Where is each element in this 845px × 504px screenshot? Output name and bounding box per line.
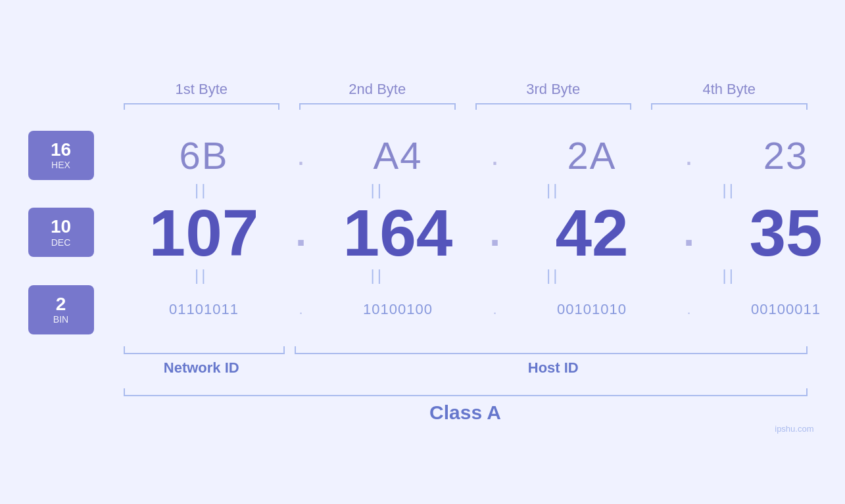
dec-badge: 10 DEC <box>28 208 94 257</box>
equals-row-2: || || || || <box>114 265 817 285</box>
bin-row: 2 BIN 01101011 . 10100100 . 00101010 . 0… <box>28 285 817 334</box>
network-id-label: Network ID <box>114 359 290 377</box>
bottom-section: Network ID Host ID <box>114 341 817 377</box>
main-container: 1st Byte 2nd Byte 3rd Byte 4th Byte 16 H… <box>28 68 817 437</box>
dot-hex-3: . <box>683 138 696 172</box>
dec-val-4: 35 <box>696 200 846 265</box>
hex-row: 16 HEX 6B . A4 . 2A . 23 <box>28 131 817 180</box>
bin-val-4: 00100011 <box>696 301 846 318</box>
bracket-top-2 <box>289 103 466 111</box>
byte1-header: 1st Byte <box>114 81 290 103</box>
dec-row: 10 DEC 107 . 164 . 42 . 35 <box>28 200 817 265</box>
bin-val-2: 10100100 <box>308 301 489 318</box>
dot-dec-1: . <box>295 210 308 255</box>
dot-hex-2: . <box>489 138 502 172</box>
byte-headers: 1st Byte 2nd Byte 3rd Byte 4th Byte <box>114 81 817 103</box>
bracket-top-3 <box>466 103 642 111</box>
eq2-1: || <box>114 266 290 285</box>
dot-hex-1: . <box>295 138 308 172</box>
bin-val-3: 00101010 <box>502 301 683 318</box>
top-brackets <box>114 103 817 111</box>
hex-badge-number: 16 <box>51 140 71 160</box>
eq2-2: || <box>289 266 466 285</box>
id-labels: Network ID Host ID <box>114 359 817 377</box>
hex-badge: 16 HEX <box>28 131 94 180</box>
dec-badge-number: 10 <box>51 217 71 237</box>
bracket-top-4 <box>641 103 817 111</box>
dec-values: 107 . 164 . 42 . 35 <box>114 200 846 265</box>
dec-badge-base: DEC <box>51 237 71 248</box>
hex-values: 6B . A4 . 2A . 23 <box>114 133 846 177</box>
bin-badge-number: 2 <box>56 294 66 315</box>
hex-badge-base: HEX <box>51 160 70 170</box>
dot-bin-1: . <box>295 301 308 318</box>
host-id-label: Host ID <box>289 359 817 377</box>
hex-val-3: 2A <box>502 133 683 177</box>
dot-dec-2: . <box>489 210 502 255</box>
byte2-header: 2nd Byte <box>289 81 466 103</box>
hex-val-4: 23 <box>696 133 846 177</box>
hex-val-2: A4 <box>308 133 489 177</box>
dec-val-3: 42 <box>502 200 683 265</box>
bin-badge-base: BIN <box>53 314 68 325</box>
byte4-header: 4th Byte <box>641 81 817 103</box>
bracket-top-1 <box>114 103 290 111</box>
watermark: ipshu.com <box>775 424 813 434</box>
bottom-brackets <box>114 341 817 354</box>
dot-dec-3: . <box>683 210 696 255</box>
dot-bin-3: . <box>683 301 696 318</box>
class-bracket <box>114 386 817 396</box>
bin-val-1: 01101011 <box>114 301 295 318</box>
dec-val-1: 107 <box>114 200 295 265</box>
class-label: Class A <box>114 401 817 424</box>
dec-val-2: 164 <box>308 200 489 265</box>
eq2-4: || <box>641 266 817 285</box>
hex-val-1: 6B <box>114 133 295 177</box>
bin-badge: 2 BIN <box>28 285 94 334</box>
byte3-header: 3rd Byte <box>466 81 642 103</box>
eq2-3: || <box>466 266 642 285</box>
dot-bin-2: . <box>489 301 502 318</box>
class-section: Class A <box>28 386 817 424</box>
bin-values: 01101011 . 10100100 . 00101010 . 0010001… <box>114 301 846 318</box>
